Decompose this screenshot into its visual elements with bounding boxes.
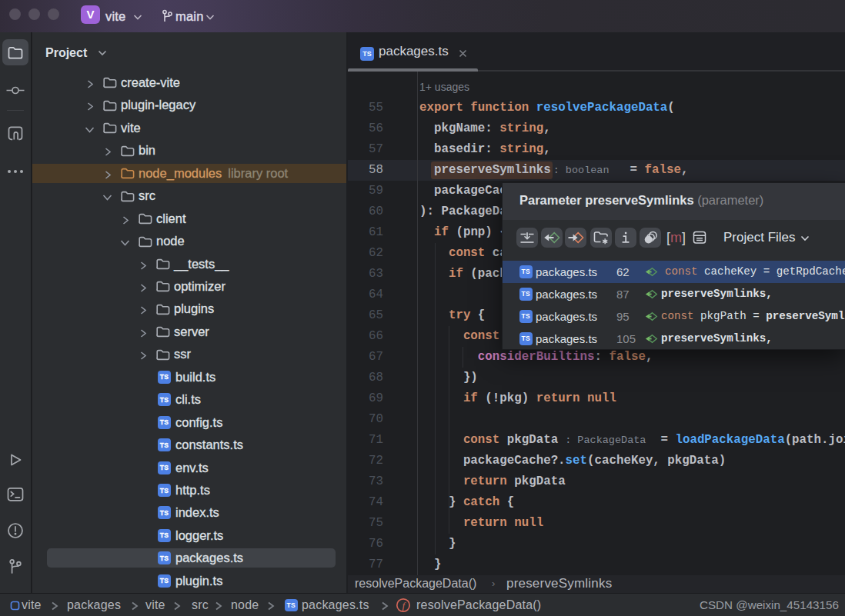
svg-text:f: f xyxy=(402,600,406,611)
